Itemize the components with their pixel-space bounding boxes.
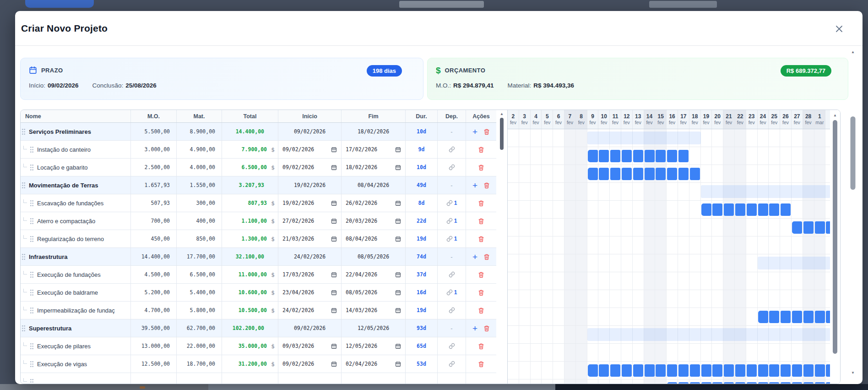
cell-start-date[interactable] [278, 373, 342, 384]
cell-mo[interactable]: 4.500,00 [131, 266, 177, 283]
trash-icon[interactable] [478, 146, 484, 153]
cell-duration[interactable] [406, 373, 438, 384]
cell-end-date[interactable]: 08/05/2026 [342, 284, 406, 301]
cell-name[interactable]: Superestrutura [21, 319, 131, 337]
cell-duration[interactable]: 8d [406, 194, 438, 212]
calendar-icon[interactable] [395, 218, 401, 224]
trash-icon[interactable] [478, 307, 484, 314]
drag-handle-icon[interactable] [22, 182, 26, 189]
cell-duration[interactable]: 65d [406, 337, 438, 355]
calendar-icon[interactable] [395, 361, 401, 367]
cell-mat[interactable]: 4.000,00 [177, 159, 222, 176]
calendar-icon[interactable] [395, 236, 401, 242]
cell-name[interactable]: Execução de fundações [21, 266, 131, 283]
cell-dependencies[interactable]: 1 [438, 194, 466, 212]
trash-icon[interactable] [478, 236, 484, 242]
drag-handle-icon[interactable] [22, 325, 26, 332]
cell-mo[interactable]: 2.500,00 [131, 159, 177, 176]
cell-mat[interactable]: 300,00 [177, 194, 222, 212]
drag-handle-icon[interactable] [30, 343, 34, 350]
cell-end-date[interactable]: 02/04/2026 [342, 355, 406, 373]
link-icon[interactable] [446, 289, 453, 296]
gantt-task-bar[interactable] [667, 382, 830, 384]
drag-handle-icon[interactable] [30, 379, 34, 385]
trash-icon[interactable] [478, 218, 484, 225]
cell-end-date[interactable]: 12/05/2026 [342, 337, 406, 355]
cell-dependencies[interactable] [438, 141, 466, 158]
calendar-icon[interactable] [395, 200, 401, 206]
cell-dependencies[interactable] [438, 302, 466, 319]
cell-duration[interactable]: 16d [406, 284, 438, 301]
trash-icon[interactable] [483, 128, 490, 135]
cell-mat[interactable]: 5.400,00 [177, 284, 222, 301]
cell-name[interactable]: Regularização do terreno [21, 230, 131, 247]
drag-handle-icon[interactable] [30, 361, 34, 368]
cell-mo[interactable]: 3.000,00 [131, 141, 177, 158]
close-icon[interactable] [833, 23, 845, 35]
gantt-scrollbar[interactable]: ▲ [830, 110, 840, 384]
link-icon[interactable] [449, 146, 455, 153]
cell-duration[interactable]: 9d [406, 141, 438, 158]
cell-mo[interactable]: 700,00 [131, 212, 177, 230]
calendar-icon[interactable] [331, 147, 337, 153]
cell-mat[interactable]: 4.900,00 [177, 141, 222, 158]
calendar-icon[interactable] [395, 290, 401, 296]
cell-mo[interactable]: 450,00 [131, 230, 177, 247]
calendar-icon[interactable] [395, 308, 401, 313]
cell-end-date[interactable]: 22/04/2026 [342, 266, 406, 283]
cell-name[interactable] [21, 373, 131, 384]
cell-dependencies[interactable] [438, 266, 466, 283]
gantt-task-bar[interactable] [792, 221, 830, 234]
cell-dependencies[interactable]: 1 [438, 212, 466, 230]
trash-icon[interactable] [478, 164, 484, 171]
cell-start-date[interactable]: 17/03/2026 [278, 266, 342, 283]
gantt-scrollbar-thumb[interactable] [833, 120, 837, 354]
calendar-icon[interactable] [395, 343, 401, 349]
cell-mat[interactable]: 6.500,00 [177, 266, 222, 283]
calendar-icon[interactable] [395, 165, 401, 170]
trash-icon[interactable] [483, 325, 490, 332]
trash-icon[interactable] [478, 271, 484, 278]
link-icon[interactable] [446, 218, 453, 224]
cell-start-date[interactable]: 09/02/2026 [278, 355, 342, 373]
link-icon[interactable] [449, 307, 455, 313]
cell-start-date[interactable]: 27/02/2026 [278, 212, 342, 230]
cell-mo[interactable]: 4.700,00 [131, 302, 177, 319]
cell-start-date[interactable]: 24/02/2026 [278, 302, 342, 319]
cell-mo[interactable]: 12.500,00 [131, 355, 177, 373]
cell-end-date[interactable]: 20/03/2026 [342, 212, 406, 230]
drag-handle-icon[interactable] [30, 200, 34, 207]
calendar-icon[interactable] [331, 236, 337, 242]
cell-end-date[interactable]: 17/02/2026 [342, 141, 406, 158]
cell-name[interactable]: Execução de baldrame [21, 284, 131, 301]
cell-name[interactable]: Movimentação de Terras [21, 176, 131, 194]
cell-end-date[interactable]: 26/02/2026 [342, 194, 406, 212]
cell-mo[interactable]: 507,93 [131, 194, 177, 212]
drag-handle-icon[interactable] [22, 253, 26, 260]
table-scrollbar-thumb[interactable] [500, 118, 504, 150]
chevron-up-icon[interactable]: ▲ [851, 50, 855, 54]
trash-icon[interactable] [478, 361, 484, 368]
cell-mat[interactable] [177, 373, 222, 384]
cell-start-date[interactable]: 23/04/2026 [278, 284, 342, 301]
cell-dependencies[interactable]: 1 [438, 284, 466, 301]
gantt-task-bar[interactable] [758, 311, 830, 323]
cell-start-date[interactable]: 09/02/2026 [278, 141, 342, 158]
add-subtask-icon[interactable]: + [472, 127, 477, 136]
add-subtask-icon[interactable]: + [472, 253, 477, 261]
cell-dependencies[interactable] [438, 373, 466, 384]
cell-duration[interactable]: 37d [406, 266, 438, 283]
calendar-icon[interactable] [395, 147, 401, 153]
cell-duration[interactable]: 19d [406, 230, 438, 247]
cell-name[interactable]: Instação do canteiro [21, 141, 131, 158]
cell-mat[interactable]: 5.800,00 [177, 302, 222, 319]
cell-duration[interactable]: 22d [406, 212, 438, 230]
cell-duration[interactable]: 19d [406, 302, 438, 319]
cell-end-date[interactable]: 08/04/2026 [342, 230, 406, 247]
gantt-task-bar[interactable] [701, 203, 791, 216]
gantt-task-bar[interactable] [588, 150, 689, 162]
cell-name[interactable]: Execução de pilares [21, 337, 131, 355]
cell-mat[interactable]: 850,00 [177, 230, 222, 247]
drag-handle-icon[interactable] [30, 146, 34, 153]
calendar-icon[interactable] [331, 218, 337, 224]
